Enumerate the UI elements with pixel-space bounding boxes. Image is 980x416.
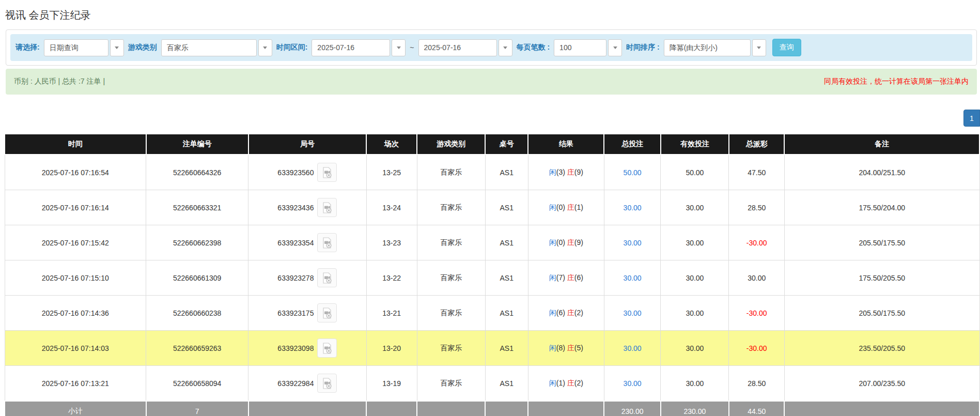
cell-payout: 28.50 <box>729 190 785 225</box>
cell-total-bet: 30.00 <box>604 190 660 225</box>
video-replay-button[interactable] <box>317 163 337 182</box>
cell-table-number: AS1 <box>485 190 528 225</box>
game-type-value[interactable]: 百家乐 <box>161 39 257 56</box>
cell-result: 闲(3) 庄(9) <box>528 155 604 190</box>
total-bet-link[interactable]: 30.00 <box>624 344 642 352</box>
cell-game-type: 百家乐 <box>417 296 485 331</box>
cell-round: 633923560 <box>248 155 366 190</box>
sort-order-select[interactable]: 降冪(由大到小) <box>664 39 766 56</box>
round-number: 633923436 <box>277 204 314 212</box>
date-from-select[interactable]: 2025-07-16 <box>312 39 406 56</box>
cell-bet-id: 522660663321 <box>146 190 248 225</box>
cell-result: 闲(7) 庄(6) <box>528 260 604 296</box>
result-player-score: (0) <box>556 203 567 211</box>
search-button[interactable]: 查询 <box>772 39 801 56</box>
total-bet-link[interactable]: 30.00 <box>624 274 642 282</box>
result-banker-score: (9) <box>574 168 583 176</box>
video-replay-button[interactable] <box>317 268 337 287</box>
pagination-top: 1 <box>0 110 980 127</box>
filter-panel: 请选择: 日期查询 游戏类别 百家乐 时间区间: 2025-07-16 ~ 20… <box>6 29 977 66</box>
cell-valid-bet: 30.00 <box>661 331 729 366</box>
cell-valid-bet: 30.00 <box>661 225 729 260</box>
chevron-down-icon[interactable] <box>499 39 512 56</box>
cell-session: 13-22 <box>366 260 417 296</box>
cell-bet-id: 522660659263 <box>146 331 248 366</box>
cell-result: 闲(8) 庄(5) <box>528 331 604 366</box>
cell-session: 13-20 <box>366 331 417 366</box>
cell-game-type: 百家乐 <box>417 260 485 296</box>
cell-table-number: AS1 <box>485 260 528 296</box>
column-header: 局号 <box>248 134 366 155</box>
cell-round: 633923436 <box>248 190 366 225</box>
summary-valid-bet: 230.00 <box>661 401 729 416</box>
cell-time: 2025-07-16 07:16:54 <box>5 155 146 190</box>
video-replay-button[interactable] <box>317 233 337 252</box>
cell-total-bet: 30.00 <box>604 331 660 366</box>
cell-remark: 204.00/251.50 <box>784 155 979 190</box>
chevron-down-icon[interactable] <box>752 39 766 56</box>
chevron-down-icon[interactable] <box>608 39 622 56</box>
result-banker: 庄 <box>567 273 574 282</box>
video-replay-button[interactable] <box>317 303 337 322</box>
column-header: 时间 <box>5 134 146 155</box>
chevron-down-icon[interactable] <box>258 39 272 56</box>
chevron-down-icon[interactable] <box>110 39 124 56</box>
total-bet-link[interactable]: 30.00 <box>624 309 642 317</box>
chevron-down-icon[interactable] <box>392 39 406 56</box>
sort-order-label: 时间排序 : <box>626 43 660 52</box>
page-size-value[interactable]: 100 <box>554 39 606 56</box>
cell-session: 13-24 <box>366 190 417 225</box>
subtotal-row: 小计 7 230.00 230.00 44.50 <box>5 401 979 416</box>
video-replay-button[interactable] <box>317 338 337 358</box>
cell-time: 2025-07-16 07:14:36 <box>5 296 146 331</box>
filter-bar: 请选择: 日期查询 游戏类别 百家乐 时间区间: 2025-07-16 ~ 20… <box>10 34 972 61</box>
date-range-separator: ~ <box>410 43 414 52</box>
page-button-1[interactable]: 1 <box>963 110 980 127</box>
cell-game-type: 百家乐 <box>417 155 485 190</box>
cell-session: 13-23 <box>366 225 417 260</box>
round-number: 633923175 <box>277 309 314 317</box>
game-type-select[interactable]: 百家乐 <box>161 39 272 56</box>
total-bet-link[interactable]: 50.00 <box>624 168 642 177</box>
cell-valid-bet: 30.00 <box>661 366 729 402</box>
result-banker: 庄 <box>567 309 574 317</box>
time-range-label: 时间区间: <box>276 43 308 52</box>
video-replay-button[interactable] <box>317 198 337 217</box>
total-bet-link[interactable]: 30.00 <box>624 239 642 247</box>
cell-round: 633923175 <box>248 296 366 331</box>
result-player: 闲 <box>549 168 556 176</box>
result-banker: 庄 <box>567 379 574 387</box>
cell-round: 633923098 <box>248 331 366 366</box>
sort-order-value[interactable]: 降冪(由大到小) <box>664 39 751 56</box>
video-replay-button[interactable] <box>317 374 337 393</box>
result-banker-score: (6) <box>574 273 583 282</box>
video-replay-icon <box>321 377 333 390</box>
date-to-value[interactable]: 2025-07-16 <box>418 39 497 56</box>
table-row: 2025-07-16 07:14:36 522660660238 6339231… <box>5 296 979 331</box>
result-player: 闲 <box>549 203 556 211</box>
round-number: 633922984 <box>277 379 314 388</box>
query-type-select[interactable]: 日期查询 <box>44 39 124 56</box>
result-banker: 庄 <box>567 168 574 176</box>
query-type-value[interactable]: 日期查询 <box>44 39 108 56</box>
total-bet-link[interactable]: 30.00 <box>624 204 642 212</box>
round-number: 633923560 <box>277 168 314 177</box>
bet-records-table: 时间注单编号局号场次游戏类别桌号结果总投注有效投注总派彩备注 2025-07-1… <box>4 133 980 416</box>
cell-remark: 175.50/204.00 <box>784 190 979 225</box>
cell-bet-id: 522660661309 <box>146 260 248 296</box>
video-replay-icon <box>321 342 333 355</box>
date-from-value[interactable]: 2025-07-16 <box>312 39 390 56</box>
cell-bet-id: 522660664326 <box>146 155 248 190</box>
column-header: 场次 <box>366 134 417 155</box>
cell-valid-bet: 50.00 <box>661 155 729 190</box>
date-to-select[interactable]: 2025-07-16 <box>418 39 512 56</box>
cell-round: 633922984 <box>248 366 366 402</box>
page-size-label: 每页笔数 : <box>517 43 550 52</box>
result-player: 闲 <box>549 379 556 387</box>
table-row: 2025-07-16 07:15:42 522660662398 6339233… <box>5 225 979 260</box>
table-row: 2025-07-16 07:16:14 522660663321 6339234… <box>5 190 979 225</box>
cell-payout: -30.00 <box>729 331 785 366</box>
page-size-select[interactable]: 100 <box>554 39 622 56</box>
column-header: 有效投注 <box>661 134 729 155</box>
total-bet-link[interactable]: 30.00 <box>624 379 642 388</box>
